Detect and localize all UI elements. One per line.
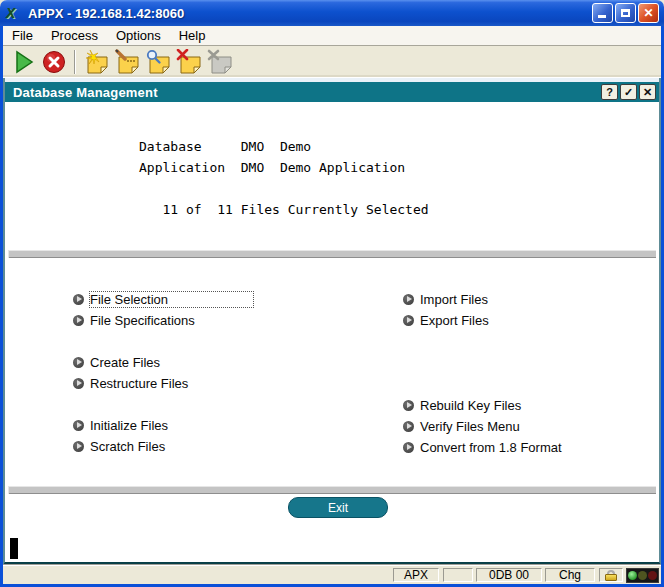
green-light-icon (628, 571, 637, 580)
run-button[interactable] (9, 48, 37, 76)
option-bullet-icon (73, 420, 84, 431)
status-lights-indicator (626, 568, 659, 583)
menu-item-export-files[interactable]: Export Files (403, 312, 489, 328)
status-chg-cell: Chg (545, 568, 595, 582)
option-bullet-icon (73, 315, 84, 326)
close-button[interactable]: ✕ (638, 3, 659, 23)
find-record-icon (145, 49, 171, 75)
menu-item-create-files[interactable]: Create Files (73, 354, 160, 370)
maximize-button[interactable] (615, 3, 636, 23)
database-info-line: Database DMO Demo (139, 139, 311, 154)
app-window: X APPX - 192.168.1.42:8060 ✕ File Proces… (0, 0, 664, 587)
cancel-button[interactable] (40, 48, 68, 76)
menu-options[interactable]: Options (107, 28, 170, 43)
yellow-light-icon (638, 571, 647, 580)
minimize-icon (598, 15, 606, 18)
application-info-line: Application DMO Demo Application (139, 160, 405, 175)
menu-item-initialize-files[interactable]: Initialize Files (73, 417, 168, 433)
toolbar-separator (74, 50, 76, 74)
cursor-block (10, 538, 18, 559)
menu-help[interactable]: Help (170, 28, 215, 43)
delete-record-icon (176, 49, 202, 75)
menu-item-scratch-files[interactable]: Scratch Files (73, 438, 165, 454)
separator-top (8, 250, 656, 258)
separator-bottom (8, 486, 656, 494)
close-icon: ✕ (643, 4, 653, 22)
exit-button[interactable]: Exit (288, 497, 388, 518)
run-icon (12, 50, 34, 74)
selection-status-line: 11 of 11 Files Currently Selected (139, 202, 429, 217)
menu-item-file-specifications[interactable]: File Specifications (73, 312, 195, 328)
window-title: APPX - 192.168.1.42:8060 (28, 6, 184, 21)
option-bullet-icon (403, 442, 414, 453)
toolbar (3, 46, 661, 78)
menu-item-rebuild-key-files[interactable]: Rebuild Key Files (403, 397, 521, 413)
minimize-button[interactable] (592, 3, 613, 23)
cancel-icon (42, 50, 66, 74)
edit-record-button[interactable] (113, 48, 141, 76)
new-record-icon (83, 49, 109, 75)
menu-item-convert-from-18-format[interactable]: Convert from 1.8 Format (403, 439, 562, 455)
option-bullet-icon (73, 378, 84, 389)
menu-item-verify-files-menu[interactable]: Verify Files Menu (403, 418, 520, 434)
panel-title: Database Management (5, 85, 158, 100)
panel-header: Database Management ? ✓ ✕ (5, 82, 659, 102)
lock-icon (605, 569, 617, 581)
menu-item-restructure-files[interactable]: Restructure Files (73, 375, 188, 391)
post-record-button-disabled (206, 48, 234, 76)
new-record-button[interactable] (82, 48, 110, 76)
menu-item-import-files[interactable]: Import Files (403, 291, 488, 307)
status-lock-cell (599, 568, 623, 582)
database-management-panel: Database Management ? ✓ ✕ Database DMO D… (3, 78, 661, 565)
panel-help-button[interactable]: ? (601, 84, 618, 100)
panel-ok-button[interactable]: ✓ (620, 84, 637, 100)
menu-bar: File Process Options Help (3, 26, 661, 46)
find-record-button[interactable] (144, 48, 172, 76)
maximize-icon (621, 9, 630, 17)
option-bullet-icon (403, 294, 414, 305)
option-bullet-icon (403, 421, 414, 432)
menu-item-file-selection[interactable]: File Selection (73, 291, 253, 307)
post-record-icon (207, 49, 233, 75)
option-bullet-icon (403, 315, 414, 326)
status-bar: APX 0DB 00 Chg (3, 565, 661, 584)
menu-process[interactable]: Process (42, 28, 107, 43)
red-light-icon (648, 571, 657, 580)
panel-close-button[interactable]: ✕ (639, 84, 656, 100)
edit-record-icon (114, 49, 140, 75)
status-db-cell: 0DB 00 (476, 568, 542, 582)
option-bullet-icon (73, 294, 84, 305)
option-bullet-icon (403, 400, 414, 411)
status-empty-cell (443, 568, 473, 582)
appx-logo-icon: X (6, 5, 24, 21)
panel-body: Database DMO Demo Application DMO Demo A… (5, 102, 659, 562)
option-bullet-icon (73, 357, 84, 368)
menu-file[interactable]: File (3, 28, 42, 43)
option-bullet-icon (73, 441, 84, 452)
status-app-cell: APX (393, 568, 439, 582)
title-bar: X APPX - 192.168.1.42:8060 ✕ (0, 0, 664, 26)
delete-record-button[interactable] (175, 48, 203, 76)
